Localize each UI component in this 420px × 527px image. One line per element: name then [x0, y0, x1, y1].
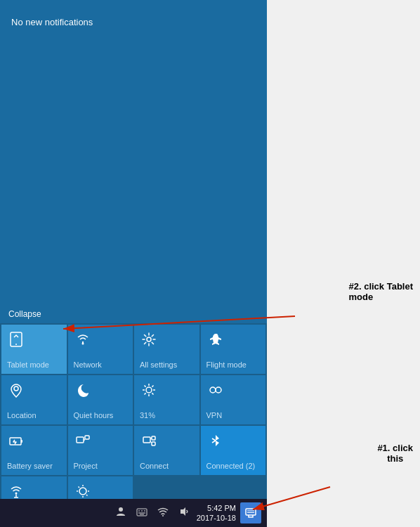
connect-icon	[141, 433, 157, 452]
action-center-panel: No new notifications Collapse Tablet mod…	[0, 0, 267, 527]
taskbar-keyboard-icon[interactable]	[133, 505, 150, 521]
svg-point-36	[119, 507, 123, 512]
svg-rect-17	[21, 440, 22, 443]
svg-point-14	[210, 387, 216, 393]
svg-line-35	[86, 495, 88, 496]
svg-point-2	[81, 343, 84, 345]
all-settings-icon	[141, 332, 157, 351]
svg-marker-44	[181, 507, 185, 516]
tile-project[interactable]: Project	[68, 426, 133, 475]
taskbar-time-text: 5:42 PM	[197, 503, 236, 513]
svg-rect-45	[246, 509, 256, 515]
taskbar-date-text: 2017-10-18	[197, 513, 236, 523]
tile-vpn-label: VPN	[206, 411, 223, 420]
project-icon	[75, 433, 91, 452]
tile-brightness-label: 31%	[140, 411, 155, 420]
taskbar-volume-icon[interactable]	[176, 505, 192, 521]
tile-flight-mode[interactable]: Flight mode	[201, 325, 266, 374]
tile-all-settings[interactable]: All settings	[134, 325, 199, 374]
tile-battery-saver-label: Battery saver	[7, 462, 53, 471]
collapse-label: Collapse	[8, 309, 41, 319]
vpn-icon	[208, 382, 223, 401]
svg-point-3	[147, 337, 151, 341]
tile-brightness[interactable]: 31%	[134, 375, 199, 424]
svg-line-11	[152, 393, 153, 394]
taskbar-action-center-button[interactable]	[240, 502, 261, 523]
annotation-1-line2: this	[387, 453, 403, 464]
tile-network-label: Network	[74, 360, 102, 370]
no-notifications-text: No new notifications	[11, 17, 256, 27]
tile-quiet-hours[interactable]: Quiet hours	[68, 375, 133, 424]
tile-vpn[interactable]: VPN	[201, 375, 266, 424]
collapse-bar[interactable]: Collapse	[0, 305, 267, 323]
svg-line-10	[145, 386, 146, 387]
quiet-hours-icon	[75, 382, 91, 401]
svg-point-26	[15, 493, 18, 495]
taskbar-wifi-icon[interactable]	[155, 505, 171, 521]
svg-point-43	[162, 515, 164, 516]
svg-rect-23	[152, 442, 155, 445]
taskbar-clock[interactable]: 5:42 PM 2017-10-18	[197, 503, 236, 523]
flight-mode-icon	[208, 332, 223, 351]
annotation-2-line2: mode	[348, 292, 373, 302]
tablet-mode-icon	[8, 332, 24, 351]
tile-tablet-mode[interactable]: Tablet mode	[1, 325, 67, 374]
tile-all-settings-label: All settings	[140, 360, 177, 370]
tile-bluetooth[interactable]: Connected (2)	[201, 426, 266, 475]
tile-battery-saver[interactable]: Battery saver	[1, 426, 67, 475]
svg-rect-19	[85, 436, 89, 439]
annotation-2-line1: #2. click Tablet	[348, 281, 413, 292]
svg-point-5	[146, 387, 152, 393]
tile-network[interactable]: Network	[68, 325, 133, 374]
annotation-2: #2. click Tablet mode	[348, 281, 413, 302]
tile-project-label: Project	[74, 462, 98, 471]
svg-rect-18	[77, 437, 84, 443]
annotation-1-line1: #1. click	[377, 443, 413, 453]
annotation-1: #1. click this	[377, 443, 413, 464]
tile-tablet-mode-label: Tablet mode	[7, 360, 49, 370]
tile-connect-label: Connect	[140, 462, 169, 471]
svg-rect-21	[143, 437, 150, 443]
taskbar: 5:42 PM 2017-10-18	[0, 499, 267, 527]
notifications-area: No new notifications	[0, 0, 267, 305]
svg-point-29	[79, 488, 86, 495]
tile-flight-mode-label: Flight mode	[206, 360, 247, 370]
tile-location-label: Location	[7, 411, 37, 420]
quick-actions-grid: Tablet mode Network All se	[0, 323, 267, 527]
svg-point-15	[216, 387, 221, 393]
network-icon	[75, 332, 91, 351]
svg-line-34	[78, 487, 79, 488]
svg-line-24	[150, 438, 152, 439]
brightness-icon	[141, 382, 157, 401]
location-icon	[8, 382, 24, 401]
bluetooth-icon	[208, 433, 223, 452]
svg-rect-22	[152, 436, 155, 440]
tile-bluetooth-label: Connected (2)	[206, 462, 256, 471]
tile-connect[interactable]: Connect	[134, 426, 199, 475]
tile-location[interactable]: Location	[1, 375, 67, 424]
taskbar-user-icon[interactable]	[112, 505, 129, 521]
svg-line-12	[152, 386, 153, 387]
svg-point-4	[14, 386, 18, 391]
battery-saver-icon	[8, 433, 24, 452]
annotation-area: #2. click Tablet mode #1. click this	[267, 0, 420, 527]
svg-line-13	[145, 393, 146, 394]
tile-quiet-hours-label: Quiet hours	[74, 411, 114, 420]
